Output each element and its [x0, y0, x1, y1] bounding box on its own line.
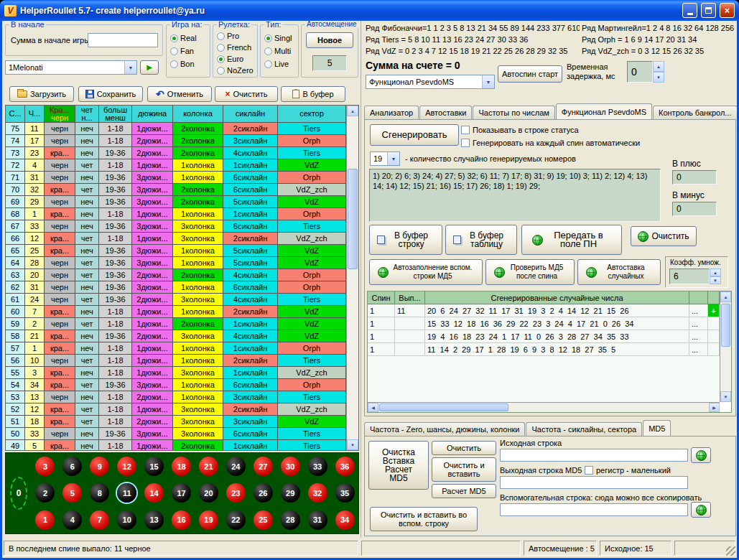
history-row[interactable]: 5118кра...чет1-182дюжи...3колонка3сиклай…: [6, 416, 346, 428]
board-number-29[interactable]: 29: [281, 483, 300, 503]
history-row[interactable]: 592чернчет1-181дюжи...2колонка1сиклайнVd…: [6, 318, 346, 330]
board-number-32[interactable]: 32: [308, 483, 327, 503]
radio-bon[interactable]: Bon: [170, 59, 195, 69]
scroll-up-button[interactable]: ▲: [347, 106, 358, 116]
autofill-md5-button[interactable]: Автозаполнение вспом. строки МД5: [369, 259, 483, 285]
aux-string-input[interactable]: [500, 503, 688, 516]
checkbox-icon[interactable]: [461, 139, 470, 147]
history-row[interactable]: 5033черннеч19-363дюжи...3колонка6сиклайн…: [6, 428, 346, 440]
radio-live[interactable]: Live: [264, 59, 289, 69]
board-number-5[interactable]: 5: [62, 483, 82, 503]
tab-md5[interactable]: MD5: [643, 420, 671, 436]
tab-bankroll[interactable]: Контроль банкрол...: [653, 106, 737, 119]
close-button[interactable]: ×: [720, 3, 735, 18]
board-number-23[interactable]: 23: [226, 483, 246, 503]
scroll-left-button[interactable]: ◀: [368, 403, 378, 412]
radio-singl[interactable]: Singl: [264, 33, 292, 43]
tab-frequencies[interactable]: Частоты по числам: [473, 106, 554, 119]
history-row[interactable]: 7131черннеч19-363дюжи...1колонка6сиклайн…: [6, 172, 346, 184]
show-status-checkbox-row[interactable]: Показывать в строке статуса: [461, 126, 579, 134]
board-number-6[interactable]: 6: [62, 457, 82, 476]
gen-row[interactable]: 115 33 12 18 16 36 29 22 23 3 24 4 17 21…: [368, 317, 720, 330]
history-row[interactable]: 607кра...неч1-181дюжи...1колонка2сиклайн…: [6, 306, 346, 318]
board-number-2[interactable]: 2: [35, 483, 55, 503]
board-number-27[interactable]: 27: [254, 457, 273, 476]
board-number-4[interactable]: 4: [62, 510, 82, 530]
board-zero[interactable]: 0: [6, 453, 32, 533]
source-globe-button[interactable]: [691, 447, 711, 463]
board-number-21[interactable]: 21: [199, 457, 218, 476]
transfer-button[interactable]: Передать в поле ПН: [521, 225, 622, 255]
coef-field[interactable]: 6: [669, 269, 710, 284]
history-row[interactable]: 553кра...неч1-181дюжи...3колонка1сиклайн…: [6, 367, 346, 379]
board-number-15[interactable]: 15: [144, 457, 164, 476]
minus-field[interactable]: 0: [672, 202, 717, 216]
board-number-26[interactable]: 26: [254, 483, 273, 503]
board-number-30[interactable]: 30: [281, 457, 300, 476]
board-number-24[interactable]: 24: [226, 457, 246, 476]
board-number-20[interactable]: 20: [199, 483, 218, 503]
scroll-thumb[interactable]: [721, 304, 730, 347]
scroll-right-button[interactable]: ▶: [709, 403, 720, 412]
history-scrollbar[interactable]: ▲ ▼: [346, 106, 358, 450]
history-row[interactable]: 6320чернчет19-362дюжи...2колонка4сиклайн…: [6, 269, 346, 281]
board-number-17[interactable]: 17: [172, 483, 191, 503]
radio-fan[interactable]: Fan: [170, 46, 194, 56]
board-number-36[interactable]: 36: [335, 457, 355, 476]
board-number-8[interactable]: 8: [90, 483, 109, 503]
md5-big-button[interactable]: Очистка Вставка Расчет MD5: [368, 441, 429, 490]
history-row[interactable]: 5212кра...чет1-181дюжи...3колонка2сиклай…: [6, 403, 346, 416]
check-md5-button[interactable]: Проверить МД5 после спина: [485, 259, 575, 285]
board-number-35[interactable]: 35: [335, 483, 355, 503]
history-row[interactable]: 724чернчет1-181дюжи...1колонка1сиклайнVd…: [6, 159, 346, 172]
delay-spinner[interactable]: ▲ ▼: [653, 61, 664, 83]
history-row[interactable]: 571кра...неч1-181дюжи...1колонка1сиклайн…: [6, 342, 346, 355]
history-row[interactable]: 495кра...неч1-181дюжи...2колонка1сиклайн…: [6, 440, 346, 450]
board-number-22[interactable]: 22: [226, 510, 246, 530]
board-number-12[interactable]: 12: [117, 457, 136, 476]
board-number-28[interactable]: 28: [281, 510, 300, 530]
scroll-thumb[interactable]: [348, 169, 358, 269]
scroll-down-button[interactable]: ▼: [347, 439, 358, 450]
md5-clear-paste-aux-button[interactable]: Очистить и вставить во вспом. строку: [370, 507, 478, 531]
radio-pro[interactable]: Pro: [217, 31, 239, 41]
history-row[interactable]: 7323кра...неч19-362дюжи...2колонка4сикла…: [6, 147, 346, 159]
history-row[interactable]: 5434кра...чет19-363дюжи...1колонка6сикла…: [6, 379, 346, 391]
radio-french[interactable]: French: [217, 42, 251, 52]
tab-analyzer[interactable]: Анализатор: [364, 106, 419, 119]
history-row[interactable]: 6929черннеч19-363дюжи...2колонка5сиклайн…: [6, 196, 346, 208]
auto-generate-checkbox-row[interactable]: Генерировать на каждый спин автоматическ…: [461, 139, 640, 147]
profile-combo[interactable]: 1Melonati ▼: [5, 60, 137, 75]
board-number-3[interactable]: 3: [35, 457, 55, 476]
plus-field[interactable]: 0: [672, 170, 717, 185]
board-number-19[interactable]: 19: [199, 510, 218, 530]
history-row[interactable]: 6612кра...чет1-181дюжи...3колонка2сиклай…: [6, 233, 346, 245]
history-row[interactable]: 7511черннеч1-181дюжи...2колонка2сиклайнT…: [6, 123, 346, 135]
tab-psevdoms[interactable]: Функционал PsevdoMS: [556, 103, 652, 119]
play-button[interactable]: ▶: [140, 60, 159, 75]
source-string-input[interactable]: [500, 449, 688, 462]
aux-globe-button[interactable]: [691, 502, 711, 518]
history-row[interactable]: 7417черннеч1-182дюжи...2колонка3сиклайнO…: [6, 135, 346, 147]
radio-real[interactable]: Real: [170, 33, 197, 43]
radio-euro[interactable]: Euro: [217, 54, 243, 64]
history-row[interactable]: 5821кра...неч19-362дюжи...3колонка4сикла…: [6, 330, 346, 342]
board-number-11[interactable]: 11: [117, 483, 136, 503]
generate-button[interactable]: Сгенерировать: [370, 124, 459, 146]
gen-row[interactable]: 119 4 16 18 23 24 1 17 11 0 26 3 28 27 3…: [368, 330, 720, 343]
autospin-button[interactable]: Автоспин старт: [498, 65, 562, 83]
board-number-31[interactable]: 31: [308, 510, 327, 530]
board-number-33[interactable]: 33: [308, 457, 327, 476]
tab-freq-sectors[interactable]: Частота - сиклайны, сектора: [526, 422, 642, 436]
minimize-button[interactable]: [682, 3, 697, 18]
clear-generated-button[interactable]: Очистить: [631, 226, 697, 246]
spin-up-icon[interactable]: ▲: [710, 269, 721, 276]
board-number-1[interactable]: 1: [35, 510, 55, 530]
chevron-down-icon[interactable]: ▼: [387, 152, 399, 165]
spin-down-icon[interactable]: ▼: [653, 72, 664, 83]
board-number-14[interactable]: 14: [144, 483, 164, 503]
board-number-25[interactable]: 25: [254, 510, 273, 530]
radio-multi[interactable]: Multi: [264, 46, 291, 56]
undo-button[interactable]: ↶Отменить: [147, 86, 212, 102]
history-row[interactable]: 6525кра...неч19-363дюжи...1колонка5сикла…: [6, 245, 346, 257]
